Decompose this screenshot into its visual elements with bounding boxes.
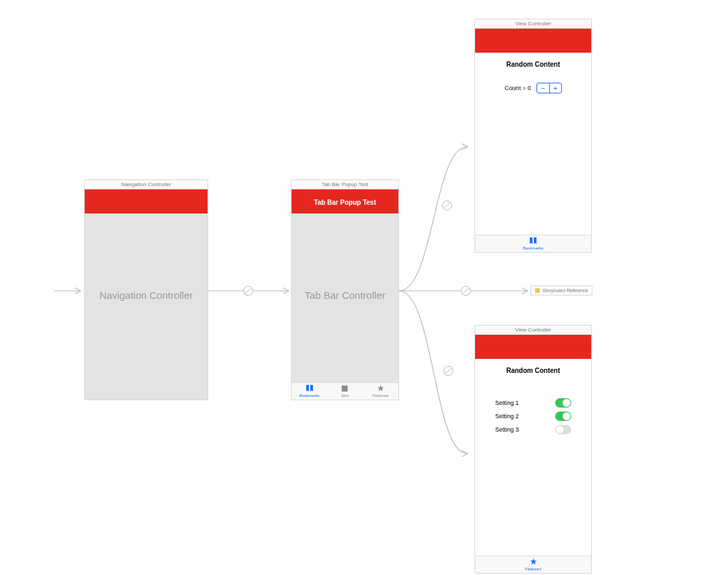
scene-body: Random Content Setting 1 Setting 2 Setti… — [474, 334, 592, 574]
svg-point-3 — [444, 366, 453, 376]
tab-label: Bookmarks — [300, 394, 320, 398]
svg-point-1 — [442, 201, 452, 210]
stepper[interactable]: − + — [536, 83, 562, 93]
scene-body: Tab Bar Popup Test Tab Bar Controller Bo… — [291, 189, 399, 400]
tab-item[interactable]: Item — [327, 383, 362, 400]
tab-bookmarks[interactable]: Bookmarks — [292, 383, 327, 400]
content-heading: Random Content — [475, 53, 591, 76]
tab-bar: Featured — [475, 556, 591, 573]
setting-row: Setting 2 — [495, 412, 571, 421]
storyboard-reference[interactable]: Storyboard Reference — [530, 285, 593, 296]
settings-list: Setting 1 Setting 2 Setting 3 — [475, 382, 591, 434]
scene-title: Navigation Controller — [84, 179, 208, 189]
stepper-minus[interactable]: − — [537, 83, 549, 93]
scene-tab-bar-controller[interactable]: Tab Bar Popup Test Tab Bar Popup Test Ta… — [291, 179, 399, 400]
bookmarks-icon — [529, 237, 537, 245]
count-label: Count = 0 — [504, 85, 530, 91]
tab-bar: Bookmarks Item Featured — [292, 382, 398, 400]
setting-label: Setting 3 — [495, 426, 519, 433]
star-icon — [530, 558, 537, 566]
tab-label: Bookmarks — [523, 246, 543, 250]
scene-title: View Controller — [474, 19, 592, 28]
square-icon — [342, 386, 348, 393]
star-icon — [377, 385, 384, 393]
setting-switch[interactable] — [555, 425, 571, 434]
nav-bar — [475, 335, 591, 359]
scene-body: Navigation Controller — [84, 189, 208, 400]
setting-label: Setting 1 — [495, 400, 519, 406]
placeholder-label: Tab Bar Controller — [292, 289, 398, 300]
setting-switch[interactable] — [555, 412, 571, 421]
tab-bookmarks[interactable]: Bookmarks — [475, 235, 591, 252]
svg-point-0 — [244, 286, 253, 296]
tab-label: Item — [341, 394, 349, 398]
setting-switch[interactable] — [555, 398, 571, 408]
nav-bar — [475, 29, 591, 53]
scene-view-controller-top[interactable]: View Controller Random Content Count = 0… — [474, 19, 592, 253]
setting-label: Setting 2 — [495, 413, 519, 420]
nav-bar — [85, 189, 208, 213]
tab-label: Featured — [525, 567, 541, 571]
svg-rect-4 — [342, 386, 348, 392]
content-heading: Random Content — [475, 359, 591, 382]
scene-title: Tab Bar Popup Test — [291, 179, 399, 189]
storyboard-reference-label: Storyboard Reference — [542, 288, 588, 293]
scene-view-controller-bottom[interactable]: View Controller Random Content Setting 1… — [474, 325, 592, 574]
scene-navigation-controller[interactable]: Navigation Controller Navigation Control… — [84, 179, 208, 400]
nav-bar-title: Tab Bar Popup Test — [292, 189, 398, 213]
bookmarks-icon — [306, 385, 314, 393]
tab-bar: Bookmarks — [475, 235, 591, 252]
placeholder-label: Navigation Controller — [85, 289, 208, 300]
tab-label: Featured — [372, 394, 388, 398]
tab-featured[interactable]: Featured — [475, 556, 591, 573]
scene-title: View Controller — [474, 325, 592, 334]
stepper-plus[interactable]: + — [549, 83, 561, 93]
svg-point-2 — [461, 286, 470, 296]
stepper-row: Count = 0 − + — [475, 83, 591, 93]
setting-row: Setting 1 — [495, 398, 571, 408]
tab-featured[interactable]: Featured — [363, 383, 398, 400]
setting-row: Setting 3 — [495, 425, 571, 434]
storyboard-icon — [535, 288, 540, 293]
scene-body: Random Content Count = 0 − + Bookmarks — [474, 28, 592, 253]
